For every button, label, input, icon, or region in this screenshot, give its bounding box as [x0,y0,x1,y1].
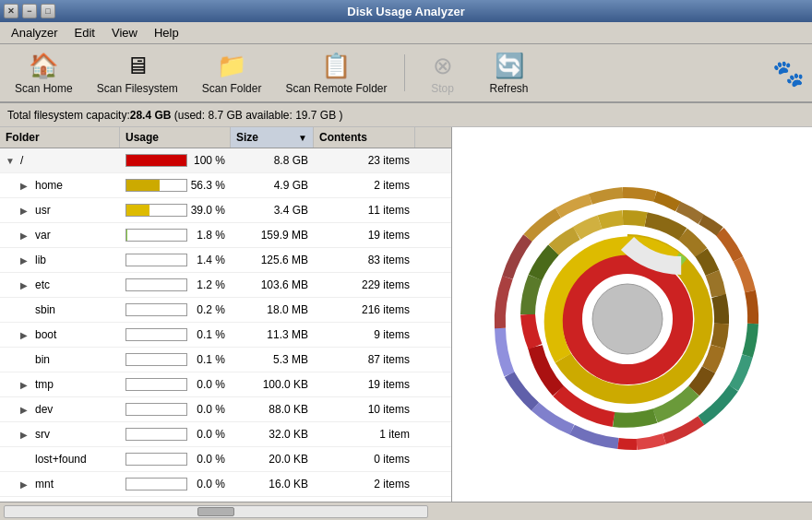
table-row[interactable]: ▶usr 39.0 % 3.4 GB11 items [0,198,451,223]
cell-size: 11.3 MB [231,326,314,343]
close-button[interactable]: ✕ [4,4,18,18]
scan-folder-button[interactable]: 📁 Scan Folder [191,47,273,99]
table-row[interactable]: ▶etc 1.2 % 103.6 MB229 items [0,273,451,298]
cell-usage: 39.0 % [120,202,231,219]
table-row[interactable]: lost+found 0.0 % 20.0 KB0 items [0,447,451,472]
maximize-button[interactable]: □ [41,4,55,18]
sort-desc-icon: ▼ [298,133,307,143]
scan-folder-icon: 📁 [217,52,246,80]
expand-arrow[interactable]: ▶ [20,479,31,490]
table-row[interactable]: ▶mnt 0.0 % 16.0 KB2 items [0,472,451,497]
usage-percent: 39.0 % [191,204,225,217]
usage-percent: 0.0 % [191,378,225,391]
col-header-folder[interactable]: Folder [0,127,120,148]
usage-bar [125,204,187,217]
cell-usage: 0.0 % [120,426,231,443]
usage-percent: 1.8 % [191,229,225,242]
usage-percent: 0.2 % [191,303,225,316]
main-content: Folder Usage Size ▼ Contents ▼/ 100 % 8.… [0,127,812,502]
scan-home-label: Scan Home [15,82,73,95]
menu-analyzer[interactable]: Analyzer [4,24,66,41]
scan-filesystem-button[interactable]: 🖥 Scan Filesystem [86,47,189,99]
table-row[interactable]: ▶home 56.3 % 4.9 GB2 items [0,173,451,198]
usage-percent: 0.0 % [191,478,225,490]
usage-bar [125,278,187,291]
col-header-usage[interactable]: Usage [120,127,231,148]
scan-home-button[interactable]: 🏠 Scan Home [4,47,84,99]
folder-name: home [35,179,63,192]
menu-edit[interactable]: Edit [67,24,102,41]
usage-percent: 0.0 % [191,428,225,441]
scan-home-icon: 🏠 [29,52,58,80]
refresh-icon: 🔄 [495,52,524,80]
disk-usage-chart [466,139,798,490]
table-row[interactable]: sbin 0.2 % 18.0 MB216 items [0,298,451,323]
table-row[interactable]: ▼/ 100 % 8.8 GB23 items [0,148,451,173]
folder-name: bin [35,353,50,366]
cell-contents: 19 items [314,376,415,393]
window-controls[interactable]: ✕ − □ [0,4,55,18]
table-row[interactable]: ▶srv 0.0 % 32.0 KB1 item [0,422,451,447]
scan-remote-button[interactable]: 📋 Scan Remote Folder [274,47,398,99]
cell-contents: 1 item [314,426,415,443]
col-header-contents[interactable]: Contents [314,127,415,148]
cell-size: 88.0 KB [231,401,314,418]
table-row[interactable]: ▶lib 1.4 % 125.6 MB83 items [0,248,451,273]
cell-contents: 19 items [314,227,415,243]
table-body[interactable]: ▼/ 100 % 8.8 GB23 items▶home 56.3 % 4.9 … [0,148,451,502]
menu-help[interactable]: Help [147,24,186,41]
usage-percent: 0.0 % [191,403,225,416]
usage-bar [125,428,187,441]
usage-percent: 1.4 % [191,254,225,266]
table-row[interactable]: ▶var 1.8 % 159.9 MB19 items [0,223,451,248]
cell-size: 8.8 GB [231,152,314,169]
chart-area [452,127,812,502]
expand-arrow[interactable]: ▶ [20,255,31,266]
title-bar: ✕ − □ Disk Usage Analyzer [0,0,812,22]
expand-arrow[interactable]: ▶ [20,380,31,390]
stop-button[interactable]: ⊗ Stop [411,47,475,99]
expand-arrow[interactable]: ▶ [20,330,31,340]
folder-name: lib [35,254,46,266]
expand-arrow[interactable]: ▶ [20,405,31,415]
stop-label: Stop [431,82,454,95]
cell-contents: 229 items [314,277,415,293]
cell-size: 3.4 GB [231,202,314,219]
svg-point-0 [592,284,663,354]
usage-percent: 0.1 % [191,328,225,341]
expand-arrow[interactable]: ▼ [6,156,17,166]
table-row[interactable]: ▶tmp 0.0 % 100.0 KB19 items [0,372,451,397]
refresh-button[interactable]: 🔄 Refresh [477,47,542,99]
cell-usage: 0.2 % [120,301,231,318]
cell-usage: 100 % [120,152,231,169]
scan-filesystem-icon: 🖥 [125,52,149,80]
expand-arrow[interactable]: ▶ [20,430,31,440]
cell-usage: 1.2 % [120,277,231,293]
menu-view[interactable]: View [104,24,145,41]
usage-bar [125,179,187,192]
usage-bar [125,303,187,316]
cell-folder: ▶boot [0,326,120,343]
expand-arrow[interactable]: ▶ [20,181,31,191]
table-row[interactable]: bin 0.1 % 5.3 MB87 items [0,348,451,372]
scan-filesystem-label: Scan Filesystem [97,82,178,95]
window-title: Disk Usage Analyzer [55,5,757,18]
minimize-button[interactable]: − [22,4,37,18]
table-row[interactable]: ▶boot 0.1 % 11.3 MB9 items [0,323,451,348]
folder-name: lost+found [35,453,87,466]
cell-contents: 9 items [314,326,415,343]
horizontal-scrollbar[interactable] [4,505,428,518]
expand-arrow[interactable]: ▶ [20,230,31,241]
cell-size: 20.0 KB [231,451,314,467]
expand-arrow[interactable]: ▶ [20,206,31,216]
col-header-size[interactable]: Size ▼ [231,127,314,148]
usage-bar [125,378,187,391]
cell-usage: 0.1 % [120,351,231,368]
cell-folder: ▶usr [0,202,120,219]
cell-folder: ▶mnt [0,476,120,492]
expand-arrow [20,305,31,315]
table-row[interactable]: ▶dev 0.0 % 88.0 KB10 items [0,397,451,422]
cell-size: 5.3 MB [231,351,314,368]
expand-arrow[interactable]: ▶ [20,280,31,290]
gnome-logo: 🐾 [772,58,805,89]
